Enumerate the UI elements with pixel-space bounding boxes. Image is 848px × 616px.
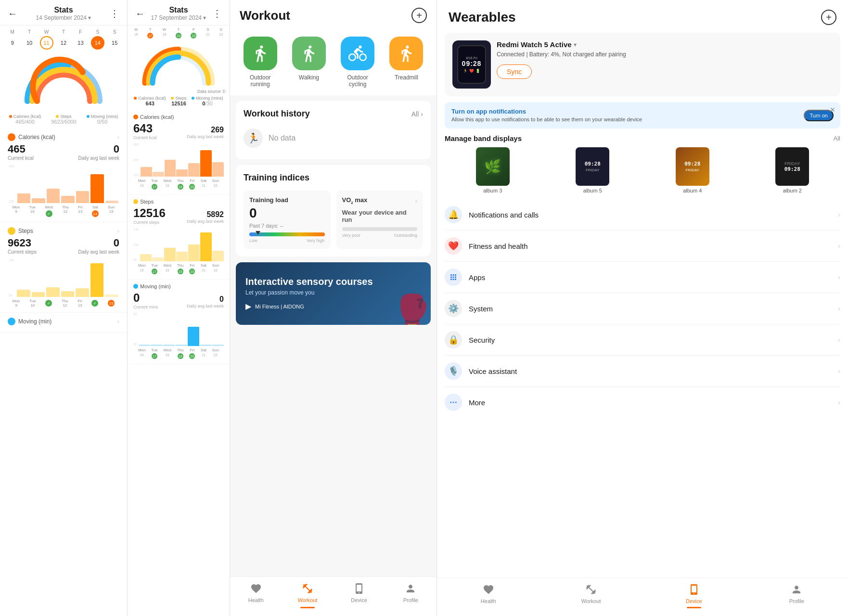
p2-moving-metric: Moving (min) 0 Current mins 0 Daily avg … [128,280,230,364]
workout-history-section: Workout history All › 🏃 No data [236,101,431,159]
p1-steps-header: Steps › [8,227,119,235]
workout-add-button[interactable]: + [411,8,427,23]
p3-nav-device[interactable]: Device [334,582,385,608]
band-displays-header: Manage band displays All [445,134,840,142]
watch-face: 8/16 Fri 09:28 🏃 ❤️ 🔋 [457,45,486,84]
bar-tue [32,198,45,203]
workout-title: Workout [240,8,290,23]
band-displays-all[interactable]: All [834,135,840,142]
voice-icon: 🎙️ [445,362,462,380]
promo-brand: ▶ Mi Fitness | AIDONG [245,302,373,311]
p1-moving-section: Moving (min) › [0,313,127,333]
p2-more[interactable]: ⋮ [212,8,222,19]
steps-chevron[interactable]: › [117,228,119,234]
fitness-icon: ❤️ [445,237,462,255]
p1-steps-title: Steps [8,227,33,235]
p1-arc-chart [0,51,127,112]
p2-calories-metric: Calories (kcal) 643 Current kcal 269 Dai… [128,110,230,195]
workout-header: Workout + [230,0,437,29]
p4-bottom-nav: Health Workout Device Profile [437,578,848,616]
p3-nav-profile[interactable]: Profile [385,582,437,608]
calories-avg-label: Daily avg last week [78,155,119,161]
p4-workout-icon [584,583,598,596]
p4-nav-profile[interactable]: Profile [745,583,848,608]
moving-icon [8,318,15,325]
p3-nav-workout[interactable]: Workout [282,582,333,608]
panel4-wearables: Wearables + 8/16 Fri 09:28 🏃 ❤️ 🔋 Redmi … [437,0,848,616]
svg-point-2 [455,402,457,403]
menu-item-fitness[interactable]: ❤️ Fitness and health › [445,231,840,262]
p1-day-wed[interactable]: W 11 [40,29,53,50]
notifications-chevron-icon: › [838,211,840,218]
vo2-bar [342,227,418,231]
activity-treadmill[interactable]: Treadmill [389,37,423,88]
training-load-card: Training load 0 Past 7 days: -- Low Very… [244,191,331,249]
p2-title: Stats [151,6,206,14]
p2-subtitle: 17 September 2024 ▾ [151,14,206,21]
p1-legend-calories: Calories (kcal) 465/400 [9,114,41,125]
moving-chevron[interactable]: › [117,318,119,325]
training-indices-title: Training indices [244,173,423,183]
p1-calories-header: Calories (kcal) › [8,133,119,141]
p1-day-tue[interactable]: T 10 [23,29,36,50]
p1-day-thu[interactable]: T 12 [57,29,70,50]
promo-text: Interactive sensory courses Let your pas… [245,276,373,311]
p1-day-sat[interactable]: S 14 [91,29,104,50]
p4-nav-device[interactable]: Device [642,583,745,608]
p1-day-fri[interactable]: F 13 [74,29,87,50]
notification-turn-on-button[interactable]: Turn on [804,110,834,121]
activity-outdoor-running[interactable]: Outdoorrunning [244,37,277,88]
workout-nav-active-bar [300,607,315,608]
steps-value: 9623 [8,237,37,249]
promo-banner[interactable]: Interactive sensory courses Let your pas… [236,262,431,325]
band-display-album2[interactable]: FRIDAY 09:28 album 2 [745,147,841,193]
p1-legend-steps: Steps 9623/6000 [51,114,76,125]
p1-more[interactable]: ⋮ [110,8,119,19]
activity-outdoor-cycling[interactable]: Outdoorcycling [341,37,374,88]
sync-button[interactable]: Sync [497,64,532,79]
band-display-album5[interactable]: 09:28 FRIDAY album 5 [545,147,641,193]
svg-point-0 [450,402,451,403]
menu-item-system[interactable]: ⚙️ System › [445,293,840,324]
workout-history-all-button[interactable]: All › [411,110,423,118]
activity-walking[interactable]: Walking [292,37,326,88]
security-icon: 🔒 [445,331,462,348]
band-display-album4[interactable]: 09:28 FRIDAY album 4 [644,147,741,193]
p2-back-arrow[interactable]: ← [135,8,145,19]
p4-nav-health[interactable]: Health [437,583,540,608]
p1-day-sun[interactable]: S 15 [108,29,121,50]
device-status: Connected | Battery: 4%, Not charged aft… [497,51,833,59]
device-card: 8/16 Fri 09:28 🏃 ❤️ 🔋 Redmi Watch 5 Acti… [445,33,840,96]
p1-day-mon[interactable]: M 9 [6,29,19,50]
calories-chevron[interactable]: › [117,134,119,141]
p4-profile-icon [790,583,803,596]
menu-list: 🔔 Notifications and calls › ❤️ Fitness a… [445,199,840,418]
menu-item-more[interactable]: More › [445,387,840,418]
svg-point-1 [453,402,454,403]
menu-item-security[interactable]: 🔒 Security › [445,324,840,356]
notification-banner: Turn on app notifications Allow this app… [445,102,840,128]
panel1-stats: ← Stats 14 September 2024 ▾ ⋮ M 9 T 10 W… [0,0,128,616]
notification-close-button[interactable]: ✕ [830,106,835,114]
training-indices-section: Training indices Training load 0 Past 7 … [236,165,431,257]
menu-item-apps[interactable]: Apps › [445,262,840,293]
p1-week-row: M 9 T 10 W 11 T 12 F 13 S 14 S 15 [0,26,127,51]
p4-device-icon [687,583,701,596]
bar-fri [76,191,89,203]
p3-nav-health[interactable]: Health [230,582,282,608]
menu-item-voice[interactable]: 🎙️ Voice assistant › [445,356,840,387]
device-image: 8/16 Fri 09:28 🏃 ❤️ 🔋 [452,40,491,89]
band-displays-grid: 🌿 album 3 09:28 FRIDAY album 5 09:28 FRI… [445,147,840,193]
menu-item-notifications[interactable]: 🔔 Notifications and calls › [445,199,840,231]
wearables-add-button[interactable]: + [821,10,836,25]
profile-nav-icon [404,582,417,595]
p4-nav-workout[interactable]: Workout [540,583,643,608]
calories-dot [9,115,12,118]
calories-value: 465 [8,143,34,155]
steps-label: Current steps [8,249,37,255]
apps-icon [445,269,462,286]
p1-moving-title: Moving (min) [8,318,51,325]
band-display-album3[interactable]: 🌿 album 3 [445,147,541,193]
p1-back-arrow[interactable]: ← [8,8,17,19]
workout-activities: Outdoorrunning Walking Outdoorcycling [230,29,437,95]
